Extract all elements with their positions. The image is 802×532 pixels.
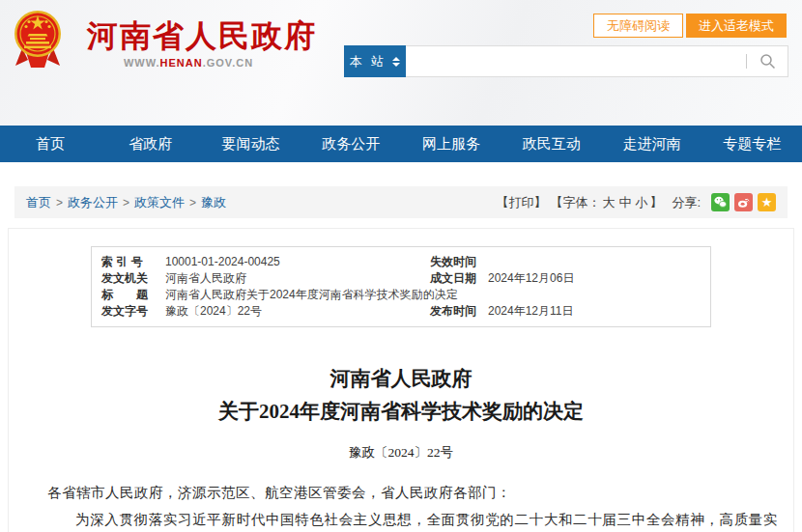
wechat-icon xyxy=(714,196,727,209)
nav-item-online-services[interactable]: 网上服务 xyxy=(401,126,501,162)
share-wechat-button[interactable] xyxy=(711,193,730,211)
breadcrumb: 首页 > 政务公开 > 政策文件 > 豫政 xyxy=(26,194,226,211)
document-title-line1: 河南省人民政府 xyxy=(9,368,793,390)
meta-row-doc-number: 发文字号 豫政〔2024〕22号 发布时间 2024年12月11日 xyxy=(101,303,701,320)
meta-row-title: 标 题 河南省人民政府关于2024年度河南省科学技术奖励的决定 xyxy=(101,287,701,303)
font-size-prefix: 【字体： xyxy=(550,194,600,211)
meta-value-written-date: 2024年12月06日 xyxy=(488,270,701,287)
url-suffix: .GOV.CN xyxy=(203,57,253,69)
print-button[interactable]: 【打印】 xyxy=(496,194,546,211)
nav-item-news[interactable]: 要闻动态 xyxy=(201,126,301,162)
search-field xyxy=(406,45,788,77)
document-title-line2: 关于2024年度河南省科学技术奖励的决定 xyxy=(9,401,793,423)
search-input[interactable] xyxy=(415,54,746,69)
meta-value-title: 河南省人民政府关于2024年度河南省科学技术奖励的决定 xyxy=(165,287,701,303)
meta-label-expiry-date: 失效时间 xyxy=(430,254,480,270)
page-toolbar: 【打印】 【字体： 大 中 小 】 分享: ★ xyxy=(492,193,776,211)
nav-item-about-henan[interactable]: 走进河南 xyxy=(602,126,702,162)
meta-value-publish-date: 2024年12月11日 xyxy=(488,303,701,320)
document-meta-table: 索 引 号 10001-01-2024-00425 失效时间 发文机关 河南省人… xyxy=(91,246,711,327)
breadcrumb-separator: > xyxy=(123,196,129,210)
meta-label-issuing-agency: 发文机关 xyxy=(101,270,158,287)
font-size-large-button[interactable]: 大 xyxy=(602,194,615,211)
national-emblem-icon xyxy=(13,8,63,70)
weibo-icon xyxy=(737,196,750,209)
site-title: 河南省人民政府 xyxy=(87,15,317,58)
search-scope-label: 本 站 xyxy=(350,53,387,70)
document-number: 豫政〔2024〕22号 xyxy=(9,444,793,462)
meta-value-expiry-date xyxy=(488,254,701,270)
breadcrumb-separator: > xyxy=(56,196,63,210)
main-navigation: 首页 省政府 要闻动态 政务公开 网上服务 政民互动 走进河南 专题专栏 xyxy=(0,126,802,162)
meta-label-doc-number: 发文字号 xyxy=(101,303,158,320)
breadcrumb-toolbar-row: 首页 > 政务公开 > 政策文件 > 豫政 【打印】 【字体： 大 中 小 】 … xyxy=(14,186,788,218)
accessibility-reading-button[interactable]: 无障碍阅读 xyxy=(593,14,683,38)
share-weibo-button[interactable] xyxy=(734,193,753,211)
meta-label-title: 标 题 xyxy=(101,287,158,303)
nav-item-special-topics[interactable]: 专题专栏 xyxy=(702,126,802,162)
search-bar: 本 站 xyxy=(344,45,788,77)
nav-item-government-affairs[interactable]: 政务公开 xyxy=(301,126,401,162)
share-favorite-button[interactable]: ★ xyxy=(758,193,776,211)
site-url: WWW.HENAN.GOV.CN xyxy=(87,57,290,69)
url-highlight: HENAN xyxy=(160,57,203,69)
font-size-small-button[interactable]: 小 xyxy=(635,194,647,211)
nav-item-interaction[interactable]: 政民互动 xyxy=(501,126,602,162)
breadcrumb-gov-affairs[interactable]: 政务公开 xyxy=(68,194,118,211)
meta-label-index-number: 索 引 号 xyxy=(101,254,158,270)
url-prefix: WWW. xyxy=(124,57,160,69)
breadcrumb-separator: > xyxy=(189,196,196,210)
meta-value-index-number: 10001-01-2024-00425 xyxy=(165,254,422,270)
nav-item-provincial-government[interactable]: 省政府 xyxy=(100,126,201,162)
font-size-medium-button[interactable]: 中 xyxy=(618,194,631,211)
meta-value-doc-number: 豫政〔2024〕22号 xyxy=(165,303,422,320)
site-header: 河南省人民政府 WWW.HENAN.GOV.CN 无障碍阅读 进入适老模式 本 … xyxy=(0,0,802,126)
breadcrumb-yuzheng[interactable]: 豫政 xyxy=(201,194,226,211)
document-container: 索 引 号 10001-01-2024-00425 失效时间 发文机关 河南省人… xyxy=(8,228,794,532)
elder-mode-button[interactable]: 进入适老模式 xyxy=(686,14,787,38)
document-title: 河南省人民政府 关于2024年度河南省科学技术奖励的决定 xyxy=(9,368,793,423)
meta-row-issuer: 发文机关 河南省人民政府 成文日期 2024年12月06日 xyxy=(101,270,701,287)
share-label: 分享: xyxy=(672,194,701,211)
search-divider xyxy=(746,54,747,69)
meta-label-publish-date: 发布时间 xyxy=(430,303,480,320)
breadcrumb-home[interactable]: 首页 xyxy=(26,194,51,211)
nav-item-home[interactable]: 首页 xyxy=(0,126,100,162)
font-size-suffix: 】 xyxy=(649,194,662,211)
search-icon[interactable] xyxy=(759,53,776,70)
search-scope-select[interactable]: 本 站 xyxy=(344,45,406,77)
meta-value-issuing-agency: 河南省人民政府 xyxy=(165,270,422,287)
star-icon: ★ xyxy=(761,196,773,209)
breadcrumb-policy-documents[interactable]: 政策文件 xyxy=(134,194,185,211)
header-quick-links: 无障碍阅读 进入适老模式 xyxy=(593,14,787,38)
document-paragraph-body: 为深入贯彻落实习近平新时代中国特色社会主义思想，全面贯彻党的二十大和二十届三中全… xyxy=(47,507,778,532)
document-body: 各省辖市人民政府，济源示范区、航空港区管委会，省人民政府各部门： 为深入贯彻落实… xyxy=(47,480,778,532)
meta-label-written-date: 成文日期 xyxy=(430,270,480,287)
meta-row-index: 索 引 号 10001-01-2024-00425 失效时间 xyxy=(101,254,701,270)
document-paragraph-salutation: 各省辖市人民政府，济源示范区、航空港区管委会，省人民政府各部门： xyxy=(47,480,778,507)
select-caret-icon xyxy=(392,57,400,67)
